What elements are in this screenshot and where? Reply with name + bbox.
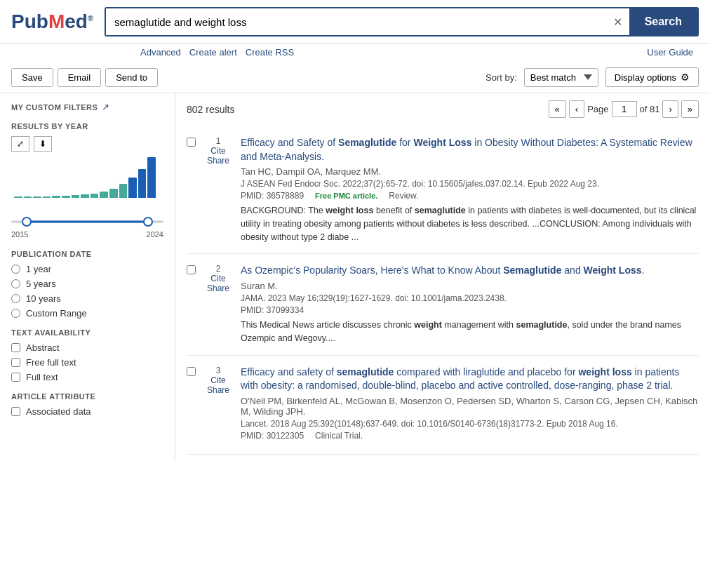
user-guide-link[interactable]: User Guide [647, 47, 693, 58]
article-attribute-section: ARTICLE ATTRIBUTE Associated data [11, 392, 163, 417]
next-page-button[interactable]: › [662, 100, 678, 118]
chart-bar-13 [138, 169, 147, 198]
article-content: Efficacy and safety of semaglutide compa… [241, 366, 699, 444]
share-button[interactable]: Share [207, 156, 229, 166]
search-input[interactable] [106, 8, 606, 35]
article-authors: Tan HC, Dampil OA, Marquez MM. [241, 166, 699, 177]
article-select-checkbox[interactable] [187, 138, 196, 147]
results-by-year-section: RESULTS BY YEAR ⤢ ⬇ 2015 2024 [11, 122, 163, 239]
article-select-checkbox[interactable] [187, 367, 196, 376]
expand-chart-button[interactable]: ⤢ [11, 136, 29, 152]
download-chart-button[interactable]: ⬇ [34, 136, 52, 152]
bold-term: semaglutide [337, 366, 394, 377]
cite-button[interactable]: Cite [210, 375, 225, 385]
associated-data-checkbox[interactable] [11, 407, 20, 416]
results-header: 802 results « ‹ Page of 81 › » [187, 100, 699, 118]
full-text-checkbox-item[interactable]: Full text [11, 372, 163, 382]
pmid: PMID: 30122305 [241, 431, 304, 441]
logo-m-letter: M [48, 11, 65, 32]
chart-bar-2 [33, 196, 41, 198]
article-number-cite: 1 Cite Share [204, 136, 232, 243]
first-page-button[interactable]: « [549, 100, 566, 118]
article-authors: O'Neil PM, Birkenfeld AL, McGowan B, Mos… [241, 396, 699, 417]
article-item: 1 Cite Share Efficacy and Safety of Sema… [187, 126, 699, 254]
external-link-icon[interactable]: ↗ [102, 102, 109, 112]
full-text-label: Full text [26, 372, 58, 382]
associated-data-checkbox-item[interactable]: Associated data [11, 406, 163, 417]
pub-date-custom[interactable]: Custom Range [11, 308, 163, 319]
cite-button[interactable]: Cite [210, 274, 225, 283]
article-number: 1 [216, 136, 221, 146]
bold-term: Semaglutide [338, 137, 396, 148]
sort-select[interactable]: Best match Most recent [524, 68, 598, 87]
send-to-button[interactable]: Send to [105, 68, 158, 87]
display-options-label: Display options [615, 72, 676, 83]
full-text-checkbox[interactable] [11, 373, 20, 382]
gear-icon: ⚙ [681, 72, 690, 83]
pub-date-1year[interactable]: 1 year [11, 264, 163, 274]
slider-thumb-right[interactable] [143, 217, 153, 227]
article-abstract: BACKGROUND: The weight loss benefit of s… [241, 204, 699, 243]
email-button[interactable]: Email [58, 68, 102, 87]
pub-date-custom-radio[interactable] [11, 309, 20, 318]
save-button[interactable]: Save [11, 68, 53, 87]
pub-date-10years[interactable]: 10 years [11, 293, 163, 304]
bold-term: Weight Loss [584, 265, 642, 276]
pmid: PMID: 37099334 [241, 305, 304, 315]
article-attribute-checkbox-group: Associated data [11, 406, 163, 417]
abstract-checkbox[interactable] [11, 343, 20, 352]
slider-thumb-left[interactable] [22, 217, 32, 227]
free-full-text-checkbox[interactable] [11, 358, 20, 367]
share-button[interactable]: Share [207, 283, 229, 293]
search-button[interactable]: Search [629, 8, 697, 35]
chart-bar-11 [119, 184, 128, 198]
pub-date-5years-label: 5 years [26, 279, 56, 289]
article-title-link[interactable]: Efficacy and Safety of Semaglutide for W… [241, 137, 692, 162]
create-alert-link[interactable]: Create alert [189, 47, 237, 58]
bold-term: Semaglutide [503, 265, 561, 276]
text-availability-section: TEXT AVAILABILITY Abstract Free full tex… [11, 328, 163, 382]
article-title-link[interactable]: Efficacy and safety of semaglutide compa… [241, 366, 679, 392]
display-options-button[interactable]: Display options ⚙ [605, 67, 699, 87]
advanced-link[interactable]: Advanced [140, 47, 181, 58]
article-title: Efficacy and safety of semaglutide compa… [241, 366, 699, 393]
custom-filters-section: MY CUSTOM FILTERS ↗ [11, 102, 163, 112]
year-labels: 2015 2024 [11, 230, 163, 239]
search-clear-button[interactable]: ✕ [606, 8, 629, 35]
results-count: 802 results [187, 104, 234, 115]
logo-reg: ® [88, 14, 93, 22]
article-title: As Ozempic's Popularity Soars, Here's Wh… [241, 264, 699, 278]
article-checkbox-wrap [187, 366, 196, 444]
last-page-button[interactable]: » [681, 100, 699, 118]
chart-bar-5 [62, 196, 70, 198]
article-abstract: This Medical News article discusses chro… [241, 319, 699, 345]
pub-date-5years[interactable]: 5 years [11, 279, 163, 289]
share-button[interactable]: Share [207, 385, 229, 395]
page-input[interactable] [612, 101, 637, 117]
article-title-link[interactable]: As Ozempic's Popularity Soars, Here's Wh… [241, 265, 644, 276]
free-full-text-checkbox-item[interactable]: Free full text [11, 357, 163, 368]
article-select-checkbox[interactable] [187, 265, 196, 274]
pub-date-1year-radio[interactable] [11, 265, 20, 274]
abstract-label: Abstract [26, 342, 60, 353]
text-availability-label: TEXT AVAILABILITY [11, 328, 163, 337]
create-rss-link[interactable]: Create RSS [246, 47, 294, 58]
article-journal: Lancet. 2018 Aug 25;392(10148):637-649. … [241, 419, 699, 429]
abstract-checkbox-item[interactable]: Abstract [11, 342, 163, 353]
chart-bar-0 [14, 196, 22, 198]
chart-bar-9 [100, 192, 108, 198]
article-number-cite: 3 Cite Share [204, 366, 232, 444]
article-journal: J ASEAN Fed Endocr Soc. 2022;37(2):65-72… [241, 179, 699, 189]
year-end-label: 2024 [147, 230, 163, 239]
article-content: As Ozempic's Popularity Soars, Here's Wh… [241, 264, 699, 345]
article-item: 2 Cite Share As Ozempic's Popularity Soa… [187, 254, 699, 355]
pub-date-5years-radio[interactable] [11, 279, 20, 288]
sort-label: Sort by: [485, 72, 517, 83]
cite-button[interactable]: Cite [210, 146, 225, 156]
pub-date-10years-radio[interactable] [11, 294, 20, 303]
prev-page-button[interactable]: ‹ [569, 100, 584, 118]
article-checkbox-wrap [187, 136, 196, 243]
article-title: Efficacy and Safety of Semaglutide for W… [241, 136, 699, 163]
chart-bar-14 [147, 157, 156, 198]
sub-links: Advanced Create alert Create RSS User Gu… [0, 44, 710, 62]
